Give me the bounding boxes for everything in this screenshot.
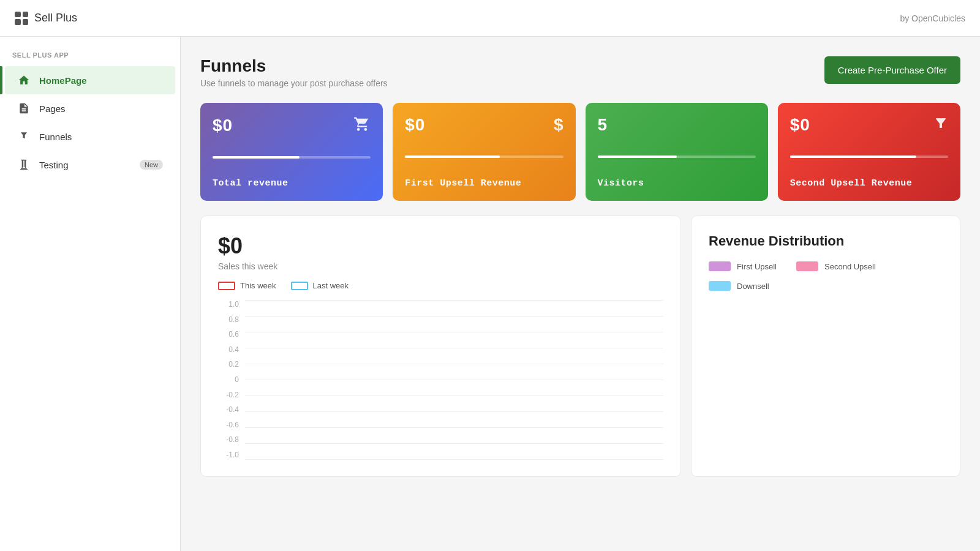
last-week-swatch xyxy=(291,282,308,290)
stat-card-visitors: 5 Visitors xyxy=(586,103,768,201)
app-title: Sell Plus xyxy=(34,12,77,24)
chart-legend: This week Last week xyxy=(218,281,663,290)
sidebar-item-label-testing: Testing xyxy=(39,160,131,170)
funnels-subtitle: Use funnels to manage your post purchase… xyxy=(200,78,388,88)
rev-legend-first-upsell: First Upsell xyxy=(709,261,777,271)
stat-card-progress-3 xyxy=(790,156,948,158)
downsell-legend-label: Downsell xyxy=(737,282,769,291)
testing-icon xyxy=(17,158,31,171)
stat-card-top-2: 5 xyxy=(598,115,756,135)
sidebar-item-homepage[interactable]: HomePage xyxy=(5,66,175,94)
stat-card-first-upsell: $0 $ First Upsell Revenue xyxy=(393,103,575,201)
revenue-legend: First Upsell Second Upsell Downsell xyxy=(709,261,943,291)
downsell-swatch xyxy=(709,281,731,291)
grid-line-8 xyxy=(245,427,663,428)
revenue-distribution-panel: Revenue Distribution First Upsell Second… xyxy=(691,216,960,477)
grid-line-3 xyxy=(245,348,663,348)
y-label-5: 0 xyxy=(218,375,243,384)
y-label-1: 0.8 xyxy=(218,315,243,324)
this-week-swatch xyxy=(218,282,235,290)
main-content: Funnels Use funnels to manage your post … xyxy=(181,37,980,551)
grid-line-7 xyxy=(245,411,663,412)
revenue-distribution-title: Revenue Distribution xyxy=(709,233,943,249)
stat-card-second-upsell: $0 Second Upsell Revenue xyxy=(778,103,960,201)
sales-subtitle: Sales this week xyxy=(218,261,663,271)
stat-card-progress-2 xyxy=(598,156,756,158)
stat-card-value-visitors: 5 xyxy=(598,115,608,135)
bottom-panels: $0 Sales this week This week Last week xyxy=(200,216,960,477)
grid-line-5 xyxy=(245,380,663,380)
last-week-label: Last week xyxy=(313,281,349,290)
y-label-2: 0.6 xyxy=(218,330,243,339)
second-upsell-legend-label: Second Upsell xyxy=(824,262,876,271)
y-label-7: -0.4 xyxy=(218,405,243,414)
layout: SELL PLUS APP HomePage Pages Funnels xyxy=(0,37,980,551)
sidebar-item-testing[interactable]: Testing New xyxy=(5,151,175,179)
sidebar-item-pages[interactable]: Pages xyxy=(5,94,175,122)
first-upsell-swatch xyxy=(709,261,731,271)
funnels-header: Funnels Use funnels to manage your post … xyxy=(200,56,960,88)
topbar: Sell Plus by OpenCubicles xyxy=(0,0,980,37)
rev-legend-downsell: Downsell xyxy=(709,281,769,291)
stat-card-label-total-revenue: Total revenue xyxy=(213,178,371,189)
new-badge: New xyxy=(140,160,163,170)
chart-y-labels: 1.0 0.8 0.6 0.4 0.2 0 -0.2 -0.4 -0.6 -0.… xyxy=(218,300,243,459)
y-label-0: 1.0 xyxy=(218,300,243,309)
chart-grid xyxy=(245,300,663,459)
grid-line-10 xyxy=(245,459,663,460)
sidebar-item-funnels[interactable]: Funnels xyxy=(5,122,175,151)
y-label-10: -1.0 xyxy=(218,451,243,459)
stat-card-total-revenue: $0 Total revenue xyxy=(200,103,383,201)
brand-label: by OpenCubicles xyxy=(900,13,965,23)
y-label-8: -0.6 xyxy=(218,421,243,429)
sidebar-item-label-funnels: Funnels xyxy=(39,132,163,142)
sales-panel: $0 Sales this week This week Last week xyxy=(200,216,681,477)
funnels-heading-group: Funnels Use funnels to manage your post … xyxy=(200,56,388,88)
legend-this-week: This week xyxy=(218,281,276,290)
stat-card-label-second-upsell: Second Upsell Revenue xyxy=(790,178,948,189)
grid-line-4 xyxy=(245,364,663,364)
y-label-3: 0.4 xyxy=(218,345,243,354)
grid-line-6 xyxy=(245,395,663,396)
create-prepurchase-button[interactable]: Create Pre-Purchase Offer xyxy=(824,56,960,84)
sidebar-item-label-homepage: HomePage xyxy=(39,75,163,86)
stat-card-top-0: $0 xyxy=(213,115,371,136)
cart-icon xyxy=(353,115,371,136)
topbar-left: Sell Plus xyxy=(15,12,77,25)
grid-line-2 xyxy=(245,332,663,332)
y-label-9: -0.8 xyxy=(218,435,243,444)
this-week-label: This week xyxy=(240,281,276,290)
stat-card-value-first-upsell: $0 xyxy=(405,115,425,135)
funnels-icon xyxy=(17,130,31,143)
legend-last-week: Last week xyxy=(291,281,349,290)
y-label-4: 0.2 xyxy=(218,360,243,369)
sidebar-section-label: SELL PLUS APP xyxy=(0,47,180,66)
sales-big-value: $0 xyxy=(218,233,663,259)
y-label-6: -0.2 xyxy=(218,391,243,399)
grid-line-0 xyxy=(245,300,663,301)
pages-icon xyxy=(17,102,31,115)
stat-cards: $0 Total revenue $0 $ xyxy=(200,103,960,201)
sidebar: SELL PLUS APP HomePage Pages Funnels xyxy=(0,37,181,551)
stat-card-label-visitors: Visitors xyxy=(598,178,756,189)
rev-legend-second-upsell: Second Upsell xyxy=(796,261,876,271)
stat-card-progress-fill-3 xyxy=(790,156,917,158)
sidebar-item-label-pages: Pages xyxy=(39,103,163,114)
stat-card-value-second-upsell: $0 xyxy=(790,115,810,135)
first-upsell-legend-label: First Upsell xyxy=(737,262,777,271)
second-upsell-swatch xyxy=(796,261,818,271)
dollar-icon: $ xyxy=(554,115,564,135)
stat-card-progress-1 xyxy=(405,156,563,158)
stat-card-progress-0 xyxy=(213,156,371,159)
stat-card-progress-fill-0 xyxy=(213,156,300,159)
home-icon xyxy=(17,73,31,87)
stat-card-top-3: $0 xyxy=(790,115,948,135)
stat-card-value-total-revenue: $0 xyxy=(213,116,233,135)
stat-card-progress-fill-2 xyxy=(598,156,677,158)
funnels-title: Funnels xyxy=(200,56,388,76)
grid-line-1 xyxy=(245,316,663,317)
filter-icon xyxy=(933,116,948,134)
grid-line-9 xyxy=(245,443,663,444)
stat-card-label-first-upsell: First Upsell Revenue xyxy=(405,178,563,189)
grid-icon xyxy=(15,12,28,25)
